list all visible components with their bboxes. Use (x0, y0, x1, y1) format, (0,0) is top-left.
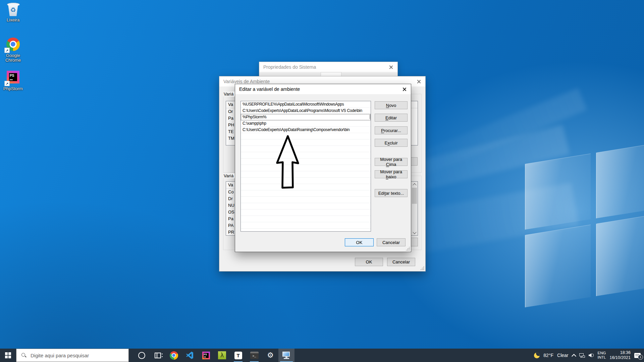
desktop-icon-label: Google Chrome (2, 53, 24, 63)
weather-moon-icon[interactable] (534, 353, 540, 358)
vscode-icon (186, 351, 194, 359)
dialog-title: Editar a variável de ambiente (235, 86, 300, 92)
mover-cima-button[interactable]: Mover para Cima (375, 158, 408, 166)
close-button[interactable] (397, 84, 411, 94)
user-variables-group-label: Variá (222, 92, 235, 97)
annotation-arrow-icon (272, 132, 309, 194)
network-icon[interactable] (579, 353, 585, 358)
chrome-icon (170, 351, 178, 360)
close-icon (389, 65, 393, 69)
edit-environment-variable-dialog: Editar a variável de ambiente %USERPROFI… (235, 84, 411, 252)
cancel-button[interactable]: Cancelar (377, 238, 406, 246)
tray-time: 18:36 (609, 350, 631, 355)
terminal-icon: >_ (250, 352, 259, 359)
cortana-icon (138, 352, 145, 359)
tray-date: 16/10/2021 (609, 355, 631, 360)
titlebar[interactable]: Editar a variável de ambiente (235, 84, 411, 94)
search-input[interactable] (30, 352, 128, 359)
excluir-button[interactable]: Excluir (375, 139, 408, 147)
close-icon (417, 79, 421, 84)
tray-temperature[interactable]: 82°F (543, 353, 553, 358)
taskbar-app-settings[interactable]: ⚙ (262, 349, 278, 362)
window-title: Propriedades do Sistema (259, 64, 316, 70)
taskbar-app-system-properties[interactable] (278, 349, 294, 362)
taskbar-app-text-editor[interactable]: T (230, 349, 246, 362)
shortcut-arrow-icon: ↗ (4, 81, 10, 86)
phpstorm-icon: PS ↗ (6, 71, 20, 85)
show-hidden-icons-chevron-icon[interactable] (571, 354, 576, 359)
system-variables-group-label: Variá (222, 173, 235, 178)
notification-badge: 1 (638, 355, 643, 360)
desktop-icon-label: Lixeira (2, 18, 24, 22)
vertical-scrollbar[interactable] (411, 182, 418, 235)
task-view-icon (155, 353, 161, 358)
novo-button[interactable]: Novo (375, 101, 408, 109)
close-button[interactable] (412, 76, 425, 86)
editar-texto-button[interactable]: Editar texto... (375, 189, 408, 197)
windows-logo-icon (5, 352, 11, 358)
chevron-up-icon (413, 183, 416, 187)
taskbar-search[interactable] (16, 349, 129, 362)
clock[interactable]: 18:36 16/10/2021 (609, 350, 631, 360)
cancel-button[interactable]: Cancelar (387, 258, 415, 266)
taskbar-app-vscode[interactable] (182, 349, 198, 362)
shortcut-arrow-icon: ↗ (4, 48, 10, 53)
procurar-button[interactable]: Procurar... (375, 126, 408, 134)
scroll-down-button[interactable] (411, 230, 418, 235)
language-indicator[interactable]: ENG INTL (598, 351, 606, 360)
t-icon: T (234, 352, 242, 359)
desktop-icon-label: PhpStorm (2, 86, 24, 91)
chevron-down-icon (413, 230, 416, 234)
taskbar-app-terminal[interactable]: >_ (246, 349, 262, 362)
editar-button[interactable]: Editar (375, 114, 408, 122)
search-icon (21, 353, 26, 358)
resize-grip[interactable] (420, 266, 424, 270)
computer-icon (282, 352, 291, 359)
windows-logo-wallpaper (525, 141, 644, 308)
ok-button[interactable]: OK (345, 238, 374, 246)
scroll-up-button[interactable] (411, 182, 418, 187)
path-list-item-selected[interactable]: %PhpStorm% (241, 114, 371, 120)
chrome-icon: ↗ (6, 38, 20, 52)
taskbar-app-lambda[interactable]: λ (214, 349, 230, 362)
volume-icon[interactable] (589, 353, 594, 358)
desktop-icon-phpstorm[interactable]: PS ↗ PhpStorm (2, 70, 24, 91)
windows-desktop: ♻ Lixeira ↗ Google Chrome PS ↗ PhpStorm … (0, 0, 644, 362)
path-list-item[interactable]: C:\Users\CodeExperts\AppData\Local\Progr… (241, 108, 371, 114)
action-center-icon[interactable]: 1 (634, 353, 641, 358)
taskbar: PS λ T >_ ⚙ 82°F Clear (0, 349, 644, 362)
scroll-tick (369, 115, 370, 119)
task-view-button[interactable] (150, 349, 166, 362)
system-tray: 82°F Clear ENG INTL 18:36 16/10/2021 1 (534, 349, 644, 362)
window-title: Variáveis de Ambiente (219, 79, 270, 84)
taskbar-app-chrome[interactable] (166, 349, 182, 362)
desktop-icon-google-chrome[interactable]: ↗ Google Chrome (2, 37, 24, 63)
path-list-item[interactable]: %USERPROFILE%\AppData\Local\Microsoft\Wi… (241, 101, 371, 108)
close-button[interactable] (384, 62, 397, 72)
taskbar-app-phpstorm[interactable]: PS (198, 349, 214, 362)
resize-grip[interactable] (406, 246, 410, 251)
scrollbar-thumb[interactable] (412, 188, 417, 204)
close-icon (402, 87, 407, 92)
ok-button[interactable]: OK (355, 258, 383, 266)
mover-baixo-button[interactable]: Mover para baixo (375, 170, 408, 178)
recycle-bin-icon: ♻ (6, 2, 20, 17)
lambda-icon: λ (218, 351, 226, 359)
tray-weather[interactable]: Clear (557, 353, 568, 358)
path-list-item[interactable]: C:\xampp\php (241, 120, 371, 127)
cortana-button[interactable] (133, 349, 150, 362)
titlebar[interactable]: Propriedades do Sistema (259, 62, 397, 72)
recycle-symbol-icon: ♻ (6, 6, 20, 13)
start-button[interactable] (0, 349, 16, 362)
gear-icon: ⚙ (267, 352, 274, 359)
desktop-icon-lixeira[interactable]: ♻ Lixeira (2, 2, 24, 22)
phpstorm-icon: PS (202, 352, 210, 359)
